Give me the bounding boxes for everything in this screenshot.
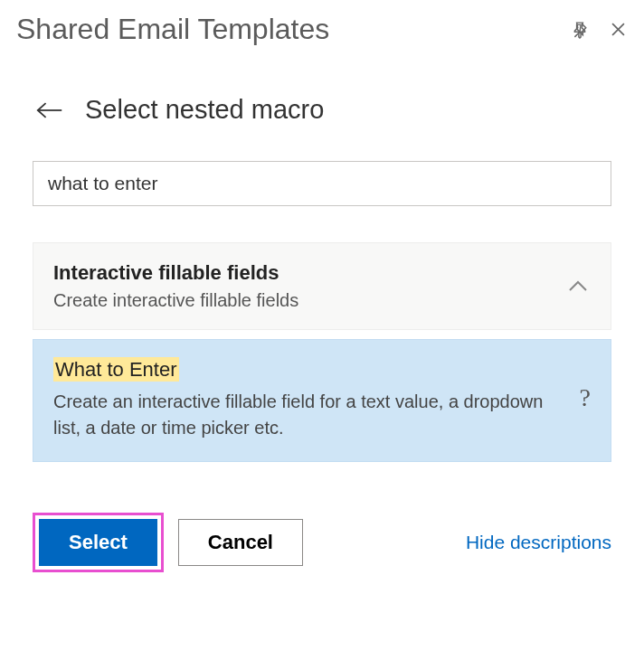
pin-icon[interactable] [570, 20, 590, 40]
window-title: Shared Email Templates [16, 13, 570, 46]
category-interactive-fillable-fields[interactable]: Interactive fillable fields Create inter… [33, 242, 611, 330]
search-input[interactable] [33, 161, 611, 206]
close-icon[interactable] [608, 20, 628, 40]
macro-description: Create an interactive fillable field for… [53, 389, 565, 441]
help-icon[interactable]: ? [580, 383, 591, 412]
category-title: Interactive fillable fields [53, 261, 551, 285]
hide-descriptions-link[interactable]: Hide descriptions [466, 532, 611, 553]
back-button[interactable] [36, 97, 63, 124]
select-button[interactable]: Select [39, 519, 157, 566]
chevron-up-icon [565, 274, 591, 299]
macro-title: What to Enter [53, 358, 179, 382]
select-button-highlight: Select [33, 513, 164, 572]
cancel-button[interactable]: Cancel [178, 519, 303, 566]
page-title: Select nested macro [85, 95, 324, 125]
macro-item-what-to-enter[interactable]: What to Enter Create an interactive fill… [33, 339, 611, 462]
category-description: Create interactive fillable fields [53, 290, 551, 311]
